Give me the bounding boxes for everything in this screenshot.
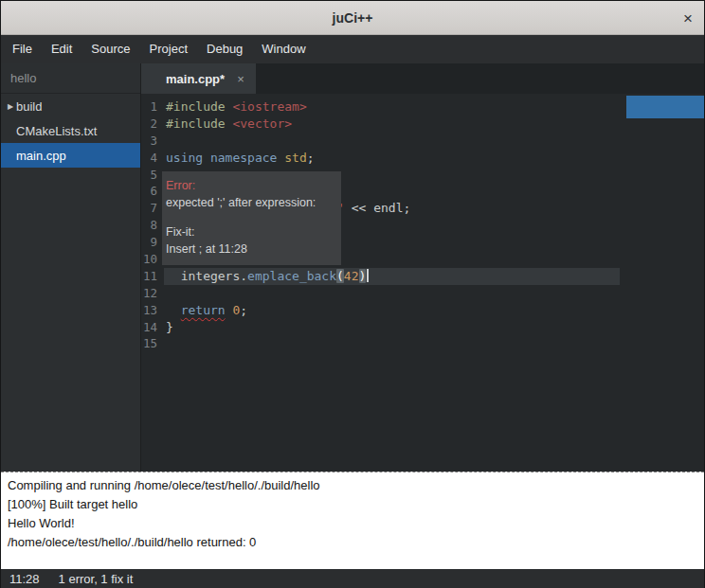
line-number: 13 — [141, 302, 164, 319]
line-number: 14 — [141, 319, 164, 336]
output-line: Hello World! — [8, 514, 697, 533]
scrollbar-thumb[interactable] — [626, 96, 704, 118]
tab-main-cpp[interactable]: main.cpp* × — [141, 63, 256, 94]
line-number: 11 — [141, 268, 164, 285]
code-editor[interactable]: 1#include <iostream>2#include <vector>34… — [141, 94, 704, 472]
code-token: #include — [166, 99, 232, 114]
code-token: using — [166, 151, 203, 165]
code-token: 42 — [344, 269, 359, 283]
line-number: 12 — [141, 285, 164, 302]
cursor-position: 11:28 — [9, 572, 40, 586]
code-token: emplace_back — [247, 269, 336, 283]
code-token: namespace — [210, 151, 277, 165]
tooltip-error-label: Error: — [166, 177, 333, 194]
code-token: integers. — [166, 269, 247, 283]
code-line[interactable]: 11 integers.emplace_back(42) — [141, 268, 704, 285]
code-token: << endl; — [344, 201, 410, 215]
code-line[interactable]: 1#include <iostream> — [141, 98, 704, 116]
code-token — [203, 151, 210, 165]
line-number: 4 — [141, 150, 164, 167]
app-window: juCi++ × FileEditSourceProjectDebugWindo… — [0, 0, 705, 588]
main-area: hello ▶buildCMakeLists.txtmain.cpp main.… — [1, 63, 704, 472]
menu-item-file[interactable]: File — [3, 35, 42, 63]
line-number: 3 — [141, 133, 164, 150]
code-text — [164, 335, 166, 352]
code-text — [164, 285, 166, 302]
code-line[interactable]: 4using namespace std; — [141, 150, 704, 167]
code-text: } — [164, 319, 173, 336]
menubar: FileEditSourceProjectDebugWindow — [1, 35, 704, 63]
tree-item-main-cpp[interactable]: main.cpp — [1, 143, 140, 168]
code-token: return — [181, 303, 226, 317]
code-text: #include <vector> — [164, 116, 292, 133]
diagnostic-tooltip: Error: expected ';' after expression: Fi… — [162, 171, 341, 265]
code-token: #include — [166, 116, 232, 131]
window-title: juCi++ — [333, 10, 373, 26]
code-text: using namespace std; — [164, 150, 315, 167]
line-number: 10 — [141, 251, 164, 268]
code-token: std — [284, 151, 306, 165]
code-text: integers.emplace_back(42) — [164, 268, 620, 285]
expander-icon[interactable]: ▶ — [1, 102, 16, 111]
output-line: [100%] Built target hello — [8, 495, 697, 514]
code-token: ( — [336, 269, 344, 283]
line-number: 1 — [141, 98, 164, 116]
tab-close-icon[interactable]: × — [237, 72, 244, 86]
output-line: Compiling and running /home/olece/test/h… — [8, 476, 697, 495]
file-tree: ▶buildCMakeLists.txtmain.cpp — [1, 94, 140, 168]
line-number: 6 — [141, 183, 164, 200]
tooltip-fixit-label: Fix-it: — [166, 223, 333, 241]
tree-item-label: build — [16, 99, 42, 114]
file-browser-sidebar: hello ▶buildCMakeLists.txtmain.cpp — [1, 63, 141, 472]
line-number: 5 — [141, 167, 164, 184]
tooltip-error-message: expected ';' after expression: — [166, 194, 333, 211]
text-cursor — [367, 269, 369, 282]
code-token: <vector> — [232, 116, 292, 131]
window-close-button[interactable]: × — [683, 9, 693, 26]
code-token: ; — [307, 151, 315, 165]
code-line[interactable]: 2#include <vector> — [141, 116, 704, 133]
line-number: 15 — [141, 335, 164, 352]
menu-item-source[interactable]: Source — [81, 35, 139, 63]
menu-item-edit[interactable]: Edit — [42, 35, 81, 63]
code-text: #include <iostream> — [164, 98, 307, 116]
window-titlebar: juCi++ × — [1, 1, 704, 35]
tree-item-label: main.cpp — [16, 149, 66, 163]
project-name-label: hello — [1, 63, 140, 94]
code-token: ; — [240, 303, 247, 317]
code-line[interactable]: 15 — [141, 335, 704, 352]
statusbar: 11:28 1 error, 1 fix it — [1, 569, 704, 588]
code-token — [166, 303, 181, 317]
output-line: /home/olece/test/hello/./build/hello ret… — [8, 533, 697, 552]
tree-item-cmakelists-txt[interactable]: CMakeLists.txt — [1, 118, 140, 143]
status-message: 1 error, 1 fix it — [59, 572, 134, 586]
editor-column: main.cpp* × 1#include <iostream>2#includ… — [141, 63, 704, 472]
code-token: } — [166, 320, 173, 334]
output-lines: Compiling and running /home/olece/test/h… — [8, 476, 697, 552]
line-number: 8 — [141, 217, 164, 234]
tree-item-label: CMakeLists.txt — [16, 124, 97, 138]
line-number: 7 — [141, 200, 164, 217]
code-line[interactable]: 14} — [141, 319, 704, 336]
line-number: 9 — [141, 234, 164, 251]
tooltip-fixit-message: Insert ; at 11:28 — [166, 241, 333, 258]
menu-item-project[interactable]: Project — [140, 35, 197, 63]
code-token: <iostream> — [232, 99, 306, 114]
code-token: ) — [359, 269, 367, 283]
code-text: return 0; — [164, 302, 247, 319]
output-panel[interactable]: Compiling and running /home/olece/test/h… — [1, 472, 704, 569]
line-number: 2 — [141, 116, 164, 133]
code-text — [164, 133, 166, 150]
code-line[interactable]: 3 — [141, 133, 704, 150]
tree-item-build[interactable]: ▶build — [1, 94, 140, 118]
code-line[interactable]: 12 — [141, 285, 704, 302]
tabbar: main.cpp* × — [141, 63, 704, 94]
tab-label: main.cpp* — [166, 72, 225, 86]
code-line[interactable]: 13 return 0; — [141, 302, 704, 319]
menu-item-window[interactable]: Window — [252, 35, 315, 63]
tooltip-spacer — [166, 211, 333, 223]
menu-item-debug[interactable]: Debug — [197, 35, 252, 63]
